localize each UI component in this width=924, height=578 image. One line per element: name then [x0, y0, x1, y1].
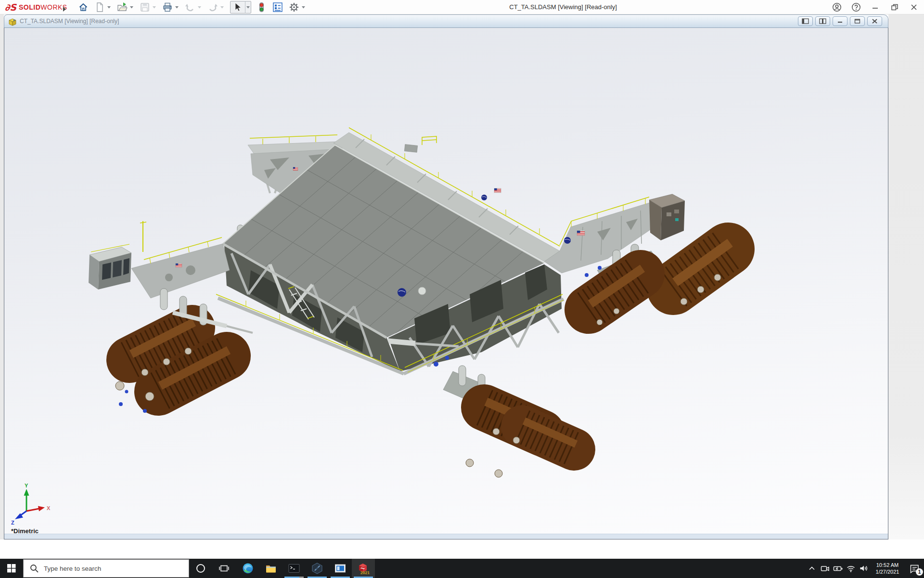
right-gutter: [888, 14, 924, 539]
right-cab: [649, 194, 685, 240]
print-dropdown[interactable]: [174, 1, 180, 13]
battery-charging-icon[interactable]: [831, 559, 844, 578]
wifi-icon[interactable]: [844, 559, 857, 578]
start-button[interactable]: [0, 559, 23, 578]
track-assembly-front-left: [116, 289, 253, 413]
us-flag-far: [494, 188, 501, 193]
file-explorer-button[interactable]: [259, 559, 282, 578]
dassault-logo-mark: ∂S: [5, 0, 16, 14]
home-button[interactable]: [77, 1, 90, 13]
save-button[interactable]: [139, 1, 151, 13]
tray-time: 10:52 AM: [870, 562, 905, 568]
edge-button[interactable]: [236, 559, 259, 578]
restore-button[interactable]: [888, 1, 901, 13]
search-input[interactable]: [44, 565, 174, 572]
solidworks-2021-button[interactable]: 2021: [352, 559, 375, 578]
rebuild-stoplight-icon[interactable]: [255, 1, 268, 13]
menu-flyout-arrow[interactable]: [63, 5, 66, 13]
tray-date: 1/27/2021: [870, 568, 905, 575]
graphics-viewport[interactable]: Y X Z *Dimetric: [4, 27, 888, 539]
command-prompt-icon: [288, 562, 300, 575]
window-app-button[interactable]: [329, 559, 352, 578]
track-assembly-front-right: [434, 356, 576, 477]
search-icon: [29, 564, 39, 573]
edge-icon: [242, 562, 254, 575]
cortana-button[interactable]: [189, 559, 212, 578]
left-side-wall: [131, 221, 230, 298]
viewport-bottom-strip: [4, 534, 888, 539]
status-bar: [0, 539, 924, 559]
document-window-buttons: [798, 16, 882, 26]
meet-now-icon[interactable]: [818, 559, 831, 578]
close-button[interactable]: [908, 1, 920, 13]
taskbar-search[interactable]: [23, 559, 189, 578]
document-restore-button[interactable]: [850, 16, 865, 26]
app-titlebar: ∂S SOLIDWORKS: [0, 0, 924, 14]
y-axis-arrow: [24, 489, 29, 496]
orientation-triad: Y X Z: [8, 482, 54, 525]
solidworks-2021-icon: 2021: [357, 562, 370, 575]
save-dropdown[interactable]: [152, 1, 157, 13]
open-button[interactable]: [116, 1, 128, 13]
left-gutter: [0, 14, 4, 539]
select-tool-group: [230, 1, 251, 13]
assembly-document-icon: [8, 17, 17, 28]
redo-dropdown[interactable]: [219, 1, 225, 13]
x-axis-label: X: [47, 505, 51, 511]
desktop: ∂S SOLIDWORKS: [0, 0, 924, 578]
us-flag-rear: [293, 167, 298, 171]
toggle-right-pane-button[interactable]: [815, 16, 830, 26]
tray-clock[interactable]: 10:52 AM 1/27/2021: [870, 562, 905, 575]
window-app-icon: [334, 562, 346, 575]
help-icon[interactable]: [850, 1, 862, 13]
undo-button[interactable]: [184, 1, 196, 13]
print-button[interactable]: [161, 1, 174, 13]
cortana-icon: [195, 563, 206, 574]
yellow-platform: [422, 136, 436, 145]
nasa-logo-right: [564, 237, 571, 244]
window-controls: [831, 0, 920, 14]
account-icon[interactable]: [831, 1, 843, 13]
z-axis-label: Z: [11, 520, 14, 525]
open-dropdown[interactable]: [129, 1, 135, 13]
x-axis-arrow: [38, 506, 45, 512]
file-explorer-icon: [265, 562, 277, 575]
windows-taskbar: 2021 10:52 AM 1/27/2021: [0, 559, 924, 578]
nasa-logo-far: [481, 195, 487, 200]
solidworks-logo: ∂S SOLIDWORKS: [5, 0, 67, 14]
minimize-button[interactable]: [869, 1, 882, 13]
redo-button[interactable]: [206, 1, 219, 13]
us-flag-left: [176, 263, 182, 267]
operator-cab: [89, 244, 131, 289]
solidworks-year-badge: 2021: [360, 570, 370, 575]
document-window-titlebar[interactable]: CT_TA.SLDASM [Viewing] [Read-only]: [4, 14, 888, 27]
hexagon-app-button[interactable]: [306, 559, 329, 578]
action-center-button[interactable]: 1: [905, 559, 924, 578]
undo-dropdown[interactable]: [197, 1, 203, 13]
us-flag-right: [577, 231, 585, 236]
crawler-transporter-model[interactable]: [4, 28, 888, 539]
brand-solid: SOLID: [19, 3, 40, 11]
hexagon-app-icon: [311, 562, 323, 575]
options-dropdown[interactable]: [301, 1, 307, 13]
system-tray: 10:52 AM 1/27/2021 1: [805, 559, 924, 578]
tray-chevron-up-icon[interactable]: [805, 559, 818, 578]
command-prompt-button[interactable]: [282, 559, 306, 578]
select-arrow-dropdown[interactable]: [245, 1, 251, 13]
document-title: CT_TA.SLDASM [Viewing] [Read-only]: [20, 15, 119, 27]
new-document-button[interactable]: [93, 1, 106, 13]
select-arrow-button[interactable]: [231, 1, 244, 13]
document-close-button[interactable]: [867, 16, 882, 26]
quick-access-toolbar: [77, 0, 307, 14]
document-minimize-button[interactable]: [833, 16, 847, 26]
y-axis-label: Y: [25, 483, 28, 488]
volume-icon[interactable]: [857, 559, 870, 578]
file-properties-button[interactable]: [271, 1, 284, 13]
options-gear-icon[interactable]: [288, 1, 300, 13]
notification-badge: 1: [916, 568, 923, 576]
toggle-left-pane-button[interactable]: [798, 16, 813, 26]
new-document-dropdown[interactable]: [106, 1, 112, 13]
task-view-button[interactable]: [212, 559, 235, 578]
app-title: CT_TA.SLDASM [Viewing] [Read-only]: [509, 0, 617, 14]
task-view-icon: [218, 563, 229, 574]
